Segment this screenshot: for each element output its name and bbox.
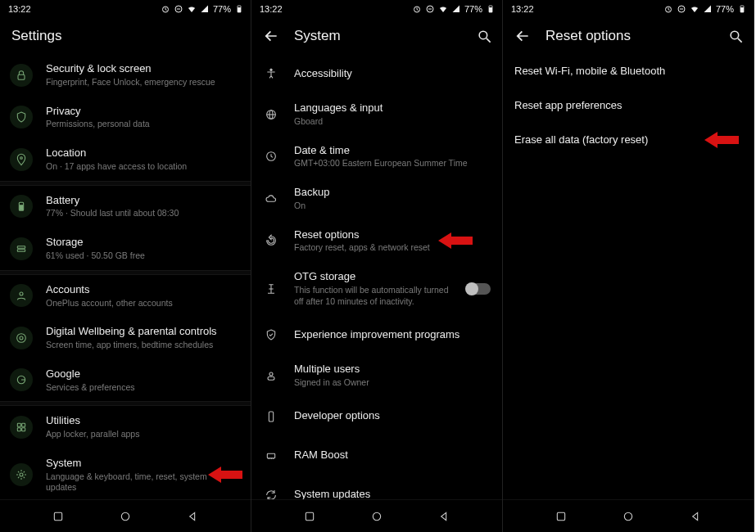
battery-icon (737, 4, 747, 14)
nav-back-icon[interactable] (186, 510, 199, 523)
wifi-icon (438, 4, 448, 14)
status-icons: 77% (663, 4, 747, 14)
svg-point-50 (731, 31, 739, 39)
row-google[interactable]: GoogleServices & preferences (0, 359, 251, 402)
row-location[interactable]: LocationOn · 17 apps have access to loca… (0, 138, 251, 181)
alarm-icon (412, 4, 422, 14)
globe-icon (265, 108, 278, 121)
back-icon[interactable] (514, 28, 531, 44)
nav-recent-icon[interactable] (555, 510, 568, 523)
row-label: Storage (46, 236, 239, 250)
row-system[interactable]: SystemLanguage & keyboard, time, reset, … (0, 449, 251, 499)
row-otg-storage[interactable]: OTG storageThis function will be automat… (251, 262, 502, 315)
row-system-updates[interactable]: System updates (251, 476, 502, 499)
nav-back-icon[interactable] (689, 510, 702, 523)
row-privacy[interactable]: PrivacyPermissions, personal data (0, 97, 251, 139)
row-security[interactable]: Security & lock screenFingerprint, Face … (0, 54, 251, 97)
screen-header: System (251, 16, 502, 54)
navigation-bar (251, 499, 502, 532)
svg-rect-9 (17, 246, 25, 249)
navigation-bar (0, 499, 251, 532)
svg-point-12 (17, 334, 26, 343)
svg-rect-30 (489, 7, 492, 12)
reset-icon (265, 234, 278, 247)
status-time: 13:22 (511, 4, 534, 14)
search-icon[interactable] (477, 29, 492, 44)
otg-icon (265, 282, 278, 295)
pointer-arrow (704, 130, 739, 150)
row-reset-wifi[interactable]: Reset Wi-Fi, mobile & Bluetooth (503, 54, 754, 88)
row-label: Google (46, 367, 239, 381)
row-multiple-users[interactable]: Multiple usersSigned in as Owner (251, 354, 502, 397)
back-icon[interactable] (263, 28, 279, 44)
row-label: Experience improvement programs (294, 328, 491, 342)
row-utilities[interactable]: UtilitiesApp locker, parallel apps (0, 406, 251, 449)
nav-home-icon[interactable] (370, 510, 383, 523)
row-developer-options[interactable]: Developer options (251, 397, 502, 436)
status-bar: 13:22 77% (503, 0, 754, 16)
svg-rect-15 (17, 423, 20, 426)
battery-percentage: 77% (464, 4, 482, 14)
svg-rect-17 (17, 428, 20, 431)
alarm-icon (663, 4, 673, 14)
system-list[interactable]: Accessibility Languages & inputGboard Da… (251, 54, 502, 499)
row-label: RAM Boost (294, 449, 491, 462)
row-accessibility[interactable]: Accessibility (251, 54, 502, 93)
nav-home-icon[interactable] (119, 510, 132, 523)
system-icon (15, 468, 28, 481)
svg-point-6 (20, 156, 23, 159)
row-sub: Signed in as Owner (294, 377, 491, 389)
nav-back-icon[interactable] (437, 510, 450, 523)
row-backup[interactable]: BackupOn (251, 178, 502, 220)
row-label: Accessibility (294, 67, 491, 81)
row-label: Utilities (46, 414, 239, 428)
row-erase-all-data[interactable]: Erase all data (factory reset) (503, 123, 754, 157)
accessibility-icon (265, 67, 278, 80)
signal-icon (200, 4, 210, 14)
row-sub: Fingerprint, Face Unlock, emergency resc… (46, 77, 239, 88)
row-experience[interactable]: Experience improvement programs (251, 315, 502, 354)
row-accounts[interactable]: AccountsOnePlus account, other accounts (0, 275, 251, 318)
svg-point-19 (20, 473, 23, 476)
page-title: System (294, 28, 462, 44)
dnd-icon (425, 4, 435, 14)
row-ram-boost[interactable]: RAM Boost (251, 436, 502, 476)
nav-home-icon[interactable] (622, 510, 635, 523)
row-wellbeing[interactable]: Digital Wellbeing & parental controlsScr… (0, 317, 251, 359)
otg-toggle[interactable] (466, 283, 491, 295)
row-languages[interactable]: Languages & inputGboard (251, 93, 502, 136)
settings-screen: 13:22 77% Settings Security & lock scree… (0, 0, 251, 532)
row-sub: Screen time, app timers, bedtime schedul… (46, 340, 239, 351)
svg-rect-10 (17, 250, 25, 252)
row-sub: Permissions, personal data (46, 119, 239, 130)
row-sub: GMT+03:00 Eastern European Summer Time (294, 158, 491, 169)
row-reset-app-prefs[interactable]: Reset app preferences (503, 88, 754, 123)
google-icon (15, 373, 28, 386)
row-sub: This function will be automatically turn… (294, 285, 453, 307)
svg-point-31 (479, 31, 487, 39)
reset-options-screen: 13:22 77% Reset options Reset Wi-Fi, mob… (503, 0, 754, 532)
row-label: Date & time (294, 144, 491, 158)
system-screen: 13:22 77% System Accessibility Languages… (251, 0, 503, 532)
svg-rect-43 (306, 512, 313, 520)
row-label: Languages & input (294, 101, 491, 115)
experience-icon (265, 328, 278, 341)
svg-line-51 (738, 38, 742, 42)
cloud-icon (265, 192, 278, 205)
row-storage[interactable]: Storage61% used · 50.50 GB free (0, 228, 251, 270)
settings-list[interactable]: Security & lock screenFingerprint, Face … (0, 54, 251, 499)
row-date-time[interactable]: Date & timeGMT+03:00 Eastern European Su… (251, 136, 502, 178)
search-icon[interactable] (728, 29, 744, 44)
row-label: Multiple users (294, 363, 491, 376)
reset-list[interactable]: Reset Wi-Fi, mobile & Bluetooth Reset ap… (503, 54, 754, 499)
nav-recent-icon[interactable] (52, 510, 65, 523)
row-label: Reset app preferences (514, 99, 742, 113)
row-label: Location (46, 147, 239, 160)
svg-rect-53 (557, 512, 564, 520)
svg-rect-4 (238, 7, 241, 12)
row-battery[interactable]: Battery77% · Should last until about 08:… (0, 186, 251, 228)
row-reset-options[interactable]: Reset optionsFactory reset, apps & netwo… (251, 220, 502, 263)
nav-recent-icon[interactable] (303, 510, 316, 523)
battery-icon (486, 4, 496, 14)
row-sub: 77% · Should last until about 08:30 (46, 208, 239, 219)
